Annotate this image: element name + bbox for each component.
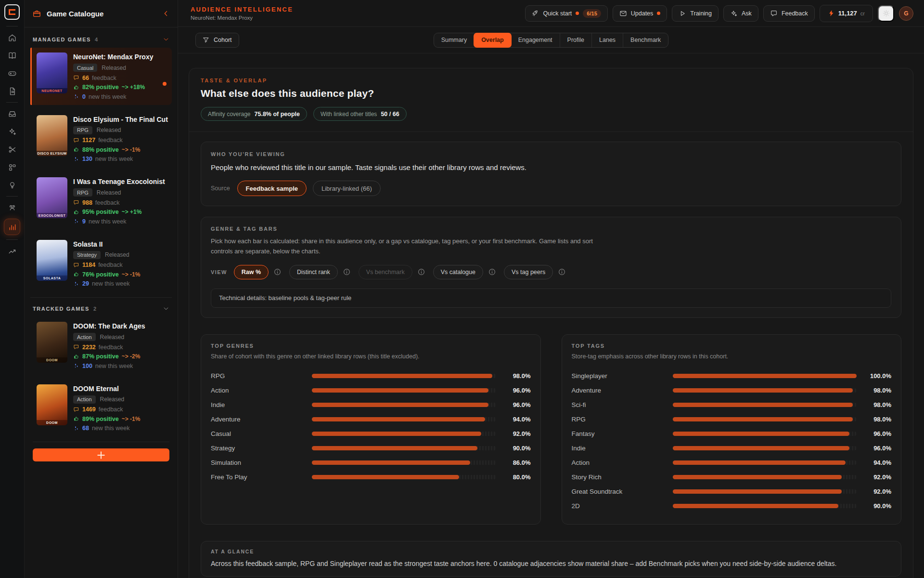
chart-bar-track	[673, 460, 857, 465]
home-icon[interactable]	[5, 31, 19, 44]
ask-button[interactable]: Ask	[723, 5, 758, 22]
new-this-week-stat: 130new this week	[73, 156, 167, 162]
inbox-icon[interactable]	[5, 107, 19, 120]
positive-delta: ~> +18%	[122, 84, 145, 91]
game-meta: ActionReleased	[73, 333, 145, 341]
info-icon[interactable]	[343, 268, 351, 276]
training-label: Training	[690, 10, 712, 17]
positive-stat: 88% positive~> -1%	[73, 146, 167, 153]
quick-start-button[interactable]: Quick start6/15	[525, 5, 608, 22]
feedback-button[interactable]: Feedback	[763, 5, 815, 22]
chart-row: Indie96.0%	[572, 441, 892, 456]
chart-bar-fill	[673, 460, 846, 465]
view-mode-pill[interactable]: Distinct rank	[289, 265, 338, 279]
view-mode-pill[interactable]: Vs catalogue	[433, 265, 483, 279]
theme-toggle-button[interactable]	[878, 5, 894, 22]
feedback-icon	[73, 407, 79, 413]
game-card[interactable]: SOLASTASolasta IIStrategyReleased1184fee…	[32, 235, 172, 292]
cohort-button[interactable]: Cohort	[195, 33, 239, 48]
chart-value: 96.0%	[861, 445, 891, 452]
view-mode-pill[interactable]: Vs benchmark	[359, 265, 412, 279]
source-pill[interactable]: Library-linked (66)	[313, 181, 381, 196]
chart-title: TOP TAGS	[572, 343, 892, 349]
info-icon[interactable]	[273, 268, 282, 276]
training-button[interactable]: Training	[672, 5, 719, 22]
view-mode-pill[interactable]: Raw %	[234, 265, 269, 279]
updates-button[interactable]: Updates	[613, 5, 667, 22]
chart-bar-track	[312, 432, 496, 436]
chart-category: Adventure	[572, 387, 668, 394]
game-card[interactable]: NEURONETNeuroNet: Mendax ProxyCasualRele…	[30, 48, 172, 105]
game-cover: EXOCOLONIST	[37, 177, 67, 218]
view-mode-pill[interactable]: Vs tag peers	[504, 265, 553, 279]
source-label: Source	[211, 185, 230, 192]
source-pill[interactable]: Feedback sample	[237, 181, 307, 196]
game-card[interactable]: DOOMDOOM EternalActionReleased1469feedba…	[32, 380, 172, 437]
chip-label: Affinity coverage	[208, 111, 251, 118]
feedback-count: 1184	[82, 262, 95, 268]
users-icon[interactable]	[5, 201, 19, 214]
game-cover-title: NEURONET	[37, 88, 67, 93]
bulb-icon[interactable]	[5, 178, 19, 192]
release-status: Released	[105, 251, 129, 258]
credits-button[interactable]: 11,127cr	[820, 5, 873, 22]
scissors-icon[interactable]	[5, 143, 19, 156]
view-toolbar: Cohort SummaryOverlapEngagementProfileLa…	[178, 27, 924, 53]
tab-benchmark[interactable]: Benchmark	[623, 33, 668, 47]
game-cover: DOOM	[37, 384, 67, 425]
chart-value: 100.0%	[861, 372, 891, 380]
chevron-down-icon[interactable]	[163, 36, 169, 43]
game-cover: NEURONET	[37, 53, 67, 93]
tab-engagement[interactable]: Engagement	[511, 33, 560, 47]
kanban-icon[interactable]	[5, 160, 19, 174]
technical-details-expander[interactable]: Technical details: baseline pools & tag-…	[211, 289, 891, 308]
game-card[interactable]: DISCO ELYSIUMDisco Elysium - The Final C…	[32, 110, 172, 168]
section-header: MANAGED GAMES4	[30, 32, 172, 48]
chart-category: Simulation	[211, 459, 307, 466]
positive-delta: ~> -2%	[122, 353, 141, 360]
tab-overlap[interactable]: Overlap	[474, 33, 512, 48]
trend-icon[interactable]	[5, 244, 19, 258]
technical-details-label: Technical details: baseline pools & tag-…	[219, 294, 351, 302]
add-game-button[interactable]	[33, 448, 169, 461]
game-card[interactable]: DOOMDOOM: The Dark AgesActionReleased223…	[32, 317, 172, 374]
new-count: 100	[82, 363, 92, 369]
chart-icon[interactable]	[4, 219, 20, 235]
app-root: Game Catalogue MANAGED GAMES4NEURONETNeu…	[0, 0, 924, 578]
user-avatar[interactable]: G	[899, 6, 913, 21]
feedback-count: 2232	[82, 344, 96, 351]
collapse-panel-button[interactable]	[162, 10, 170, 17]
positive-stat: 82% positive~> +18%	[73, 84, 153, 91]
feedback-stat: 2232feedback	[73, 344, 145, 351]
chart-panel: TOP TAGSStore-tag emphasis across other …	[562, 334, 902, 525]
chart-category: Great Soundtrack	[572, 488, 668, 495]
chart-row: Adventure98.0%	[572, 383, 892, 398]
chevron-down-icon[interactable]	[163, 305, 169, 312]
new-label: new this week	[92, 425, 130, 432]
gamepad-icon[interactable]	[5, 66, 19, 80]
game-card[interactable]: EXOCOLONISTI Was a Teenage ExocolonistRP…	[32, 172, 172, 230]
positive-stat: 87% positive~> -2%	[73, 353, 145, 360]
new-label: new this week	[95, 156, 133, 162]
info-icon[interactable]	[558, 268, 566, 276]
chart-bar-fill	[312, 432, 481, 436]
thumbs-up-icon	[73, 209, 79, 215]
tab-lanes[interactable]: Lanes	[591, 33, 623, 47]
chart-bar-track	[312, 403, 496, 407]
chart-row: Indie96.0%	[211, 398, 531, 412]
new-this-week-stat: 68new this week	[73, 425, 140, 432]
file-icon[interactable]	[5, 84, 19, 98]
feedback-label: feedback	[95, 199, 120, 206]
tab-profile[interactable]: Profile	[560, 33, 591, 47]
chart-bar-track	[312, 388, 496, 393]
app-logo[interactable]	[4, 4, 20, 20]
info-icon[interactable]	[488, 268, 496, 276]
positive-delta: ~> +1%	[122, 209, 142, 215]
feedback-icon	[73, 199, 79, 206]
info-icon[interactable]	[417, 268, 425, 276]
tab-summary[interactable]: Summary	[434, 33, 474, 47]
book-icon[interactable]	[5, 49, 19, 62]
bolt-icon	[828, 10, 835, 17]
chart-bar-fill	[673, 432, 849, 436]
sparkles-icon[interactable]	[5, 125, 19, 138]
